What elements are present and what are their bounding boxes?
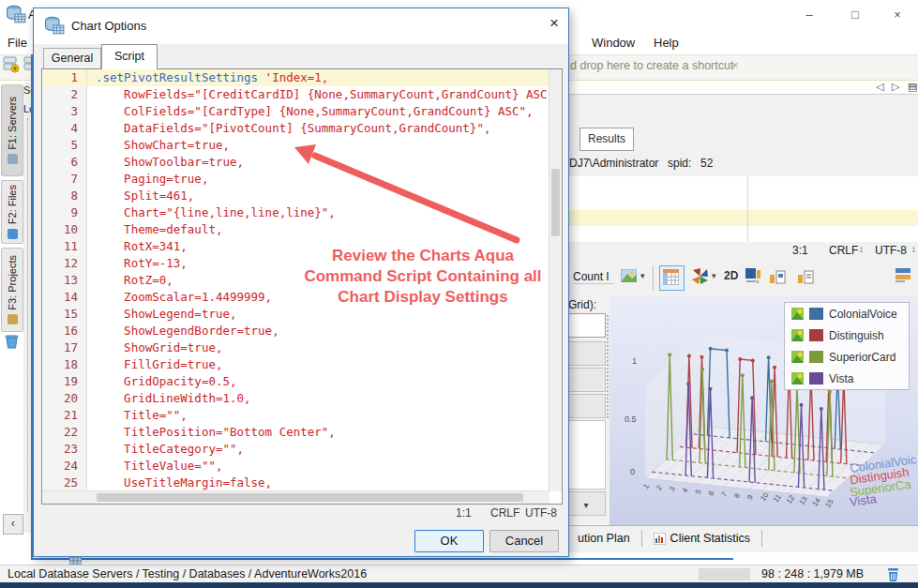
eol-stepper-icon[interactable]: ↕ bbox=[859, 244, 864, 254]
recycle-bin-icon[interactable] bbox=[5, 334, 19, 349]
legend-item[interactable]: Vista bbox=[785, 368, 909, 389]
tree-item-local-servers[interactable]: Lo bbox=[23, 103, 31, 114]
code-line[interactable]: 23 TitleCategory="", bbox=[42, 441, 549, 458]
pivot-row-button[interactable] bbox=[566, 368, 606, 392]
pivot-row-button[interactable] bbox=[566, 341, 606, 366]
line-number: 6 bbox=[42, 154, 87, 171]
vertical-scrollbar-thumb[interactable] bbox=[551, 169, 560, 236]
legend-label: Distinguish bbox=[829, 329, 884, 342]
shortcut-hint: d drop here to create a shortcut bbox=[570, 59, 733, 72]
tab-script[interactable]: Script bbox=[101, 44, 158, 69]
menu-file[interactable]: File bbox=[8, 36, 27, 50]
tree-guide-line bbox=[27, 118, 29, 512]
projects-icon bbox=[8, 314, 18, 324]
code-line[interactable]: 2 RowFields="[CreditCardID] {None,Summar… bbox=[42, 86, 549, 103]
export-chart-icon[interactable] bbox=[894, 266, 912, 283]
sidebar-collapse-button[interactable]: ‹ bbox=[3, 514, 23, 535]
sidebar-tab[interactable]: F3: Projects bbox=[1, 248, 23, 332]
series-thumbnail-icon bbox=[791, 351, 804, 363]
menu-window[interactable]: Window bbox=[592, 36, 635, 50]
code-line[interactable]: 18 FillGrid=true, bbox=[42, 356, 549, 373]
chart-type-icon[interactable] bbox=[621, 269, 637, 282]
nav-forward-icon[interactable]: ▷ bbox=[892, 81, 899, 93]
code-line[interactable]: 9 Chart="{line,line,line,line}", bbox=[42, 204, 549, 221]
legend-item[interactable]: Distinguish bbox=[785, 324, 909, 346]
encoding-stepper-icon[interactable]: ↕ bbox=[911, 244, 916, 254]
cancel-button[interactable]: Cancel bbox=[489, 530, 559, 552]
code-line[interactable]: 6 ShowToolbar=true, bbox=[42, 154, 549, 171]
bar-labels-icon[interactable] bbox=[797, 267, 815, 285]
nav-back-icon[interactable]: ◁ bbox=[876, 81, 883, 93]
code-line[interactable]: 21 Title="", bbox=[42, 407, 549, 424]
result-view-tab[interactable]: Client Statistics bbox=[644, 532, 760, 545]
axis-scale-icon[interactable] bbox=[745, 267, 762, 285]
svg-text:1: 1 bbox=[641, 482, 651, 490]
toolbar-separator bbox=[653, 265, 654, 290]
pivot-row-button[interactable] bbox=[566, 394, 606, 418]
code-line[interactable]: 15 ShowLegend=true, bbox=[42, 306, 549, 323]
code-line[interactable]: 3 ColFields="[CardType] {None,SummaryCou… bbox=[42, 103, 549, 120]
legend-item[interactable]: ColonialVoice bbox=[785, 303, 909, 324]
pivot-view-button[interactable] bbox=[659, 265, 685, 291]
line-number: 15 bbox=[42, 306, 87, 323]
code-line[interactable]: 24 TitleValue="", bbox=[42, 458, 549, 475]
sidebar-tab[interactable]: F2: Files bbox=[1, 180, 23, 244]
svg-text:15: 15 bbox=[823, 497, 835, 509]
line-number: 5 bbox=[42, 137, 87, 154]
code-line[interactable]: 22 TitlePosition="Bottom Center", bbox=[42, 424, 549, 441]
line-number: 23 bbox=[42, 441, 87, 458]
code-line[interactable]: 20 GridLineWidth=1.0, bbox=[42, 390, 549, 407]
window-close-button[interactable]: × bbox=[883, 8, 911, 22]
maximize-button[interactable]: □ bbox=[841, 8, 869, 22]
mode-2d-button[interactable]: 2D bbox=[724, 269, 738, 282]
pivot-dropdown-button[interactable]: ▾ bbox=[566, 491, 606, 516]
code-line[interactable]: 1.setPivotResultSettings 'Index=1, bbox=[42, 69, 549, 86]
horizontal-scrollbar[interactable] bbox=[42, 490, 549, 504]
code-line[interactable]: 17 ShowGrid=true, bbox=[42, 339, 549, 356]
code-line[interactable]: 25 UseTitleMargin=false, bbox=[42, 475, 549, 491]
tab-results[interactable]: Results bbox=[579, 128, 634, 151]
ok-button[interactable]: OK bbox=[414, 530, 484, 552]
minimize-button[interactable]: – bbox=[795, 8, 823, 22]
code-line[interactable]: 5 ShowChart=true, bbox=[42, 137, 549, 154]
code-line[interactable]: 10 Theme=default, bbox=[42, 221, 549, 238]
legend-item[interactable]: SuperiorCard bbox=[785, 346, 909, 368]
result-view-tab[interactable]: ution Plan bbox=[568, 532, 640, 545]
code-line[interactable]: 8 Split=461, bbox=[42, 188, 549, 204]
pivot-list-panel[interactable] bbox=[566, 420, 606, 490]
code-line[interactable]: 16 ShowLegendBorder=true, bbox=[42, 323, 549, 339]
pivot-field-input[interactable] bbox=[566, 313, 606, 338]
dialog-close-button[interactable]: × bbox=[544, 14, 564, 33]
trash-icon[interactable] bbox=[886, 567, 900, 582]
code-line[interactable]: 13 RotZ=0, bbox=[42, 272, 549, 289]
menu-help[interactable]: Help bbox=[654, 36, 679, 50]
script-editor[interactable]: 1.setPivotResultSettings 'Index=1,2 RowF… bbox=[41, 68, 563, 505]
horizontal-scrollbar-thumb[interactable] bbox=[97, 493, 523, 502]
dialog-titlebar[interactable]: Chart Options × bbox=[34, 8, 568, 44]
svg-text:12: 12 bbox=[785, 493, 797, 505]
palette-caret-icon[interactable]: ▾ bbox=[712, 271, 716, 280]
register-server-icon[interactable] bbox=[3, 56, 20, 74]
status-progress-box bbox=[699, 568, 750, 580]
shortcut-close-icon[interactable]: × bbox=[731, 58, 739, 72]
vertical-scrollbar[interactable] bbox=[549, 69, 562, 491]
code-line[interactable]: 7 Paging=true, bbox=[42, 171, 549, 188]
chart-type-caret-icon[interactable]: ▾ bbox=[640, 271, 645, 280]
code-line[interactable]: 12 RotY=-13, bbox=[42, 255, 549, 272]
editor-area[interactable] bbox=[568, 176, 918, 243]
sidebar-tab[interactable]: F1: Servers bbox=[1, 84, 23, 176]
tab-general[interactable]: General bbox=[43, 48, 101, 68]
nav-list-icon[interactable]: ▤ bbox=[908, 81, 917, 93]
dialog-eol: CRLF bbox=[490, 506, 519, 520]
line-number: 10 bbox=[42, 221, 87, 238]
line-number: 21 bbox=[42, 407, 87, 424]
chart-3d-panel[interactable]: 12345678910111213141510.50 ColonialVoice… bbox=[609, 296, 918, 525]
code-line[interactable]: 19 GridOpacity=0.5, bbox=[42, 373, 549, 390]
code-line[interactable]: 11 RotX=341, bbox=[42, 238, 549, 255]
code-line[interactable]: 14 ZoomScalar=1.4499999, bbox=[42, 289, 549, 306]
svg-text:5: 5 bbox=[694, 488, 703, 496]
bar-options-icon[interactable] bbox=[769, 267, 787, 285]
chart-legend: ColonialVoiceDistinguishSuperiorCardVist… bbox=[784, 302, 910, 390]
palette-icon[interactable] bbox=[691, 267, 709, 285]
code-line[interactable]: 4 DataFields="[PivotCount] {SummaryCount… bbox=[42, 120, 549, 137]
